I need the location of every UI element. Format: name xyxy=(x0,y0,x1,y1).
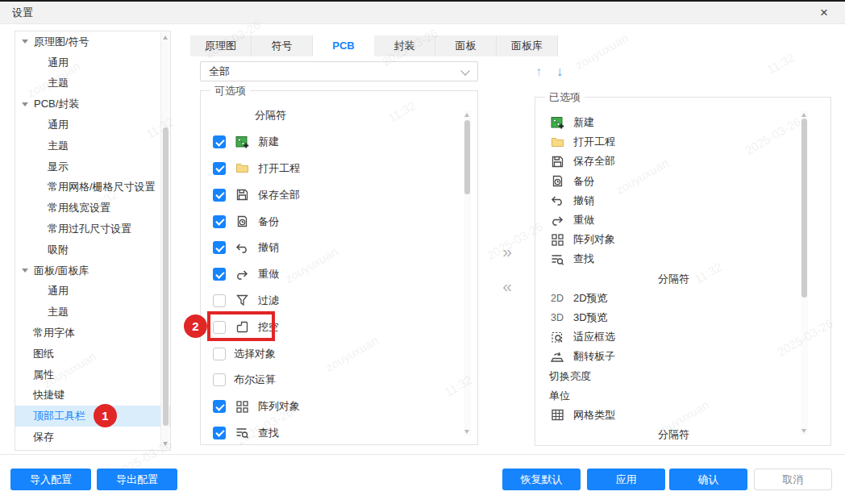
option-label: 阵列对象 xyxy=(573,232,615,247)
sidebar-item[interactable]: 属性 xyxy=(15,364,170,385)
sidebar-item[interactable]: 主题 xyxy=(15,302,170,323)
checkbox[interactable] xyxy=(213,162,226,175)
sidebar-item[interactable]: 快捷键 xyxy=(15,385,170,406)
option-label: 打开工程 xyxy=(258,161,300,176)
option-row[interactable]: 查找 xyxy=(201,420,461,444)
option-row[interactable]: 撤销 xyxy=(535,191,798,210)
available-scrollbar[interactable] xyxy=(464,110,471,436)
option-row[interactable]: 查找 xyxy=(535,249,798,269)
sidebar-item[interactable]: 主题 xyxy=(15,73,170,94)
restore-defaults-button[interactable]: 恢复默认 xyxy=(502,469,581,490)
sidebar-item-label: 显示 xyxy=(48,160,69,174)
scrollbar-thumb[interactable] xyxy=(464,120,470,194)
sidebar-scrollbar[interactable] xyxy=(160,32,169,449)
option-row[interactable]: 适应框选 xyxy=(535,327,798,347)
sidebar-item-label: 属性 xyxy=(33,368,54,382)
selected-options-box: 已选项 新建打开工程保存全部备份撤销重做阵列对象查找分隔符2D2D预览3D3D预… xyxy=(535,97,831,446)
option-row[interactable]: 新建 xyxy=(535,113,798,132)
scroll-up-icon[interactable] xyxy=(163,35,168,40)
sidebar-item[interactable]: 图纸 xyxy=(15,344,170,364)
import-config-button[interactable]: 导入配置 xyxy=(10,469,91,490)
scroll-up-icon[interactable] xyxy=(464,113,469,117)
sidebar-item[interactable]: 显示 xyxy=(15,156,170,177)
sidebar-item[interactable]: 保存 xyxy=(15,427,170,448)
checkbox[interactable] xyxy=(213,400,226,413)
scrollbar-thumb[interactable] xyxy=(801,119,807,298)
export-config-button[interactable]: 导出配置 xyxy=(97,469,177,490)
option-row[interactable]: 重做 xyxy=(201,261,461,288)
checkbox[interactable] xyxy=(213,427,226,439)
checkbox[interactable] xyxy=(213,373,226,386)
sidebar-item[interactable]: 吸附 xyxy=(15,240,170,260)
option-row[interactable]: 切换亮度 xyxy=(535,366,798,385)
separator-row[interactable]: 分隔符 xyxy=(535,269,798,289)
scroll-down-icon[interactable] xyxy=(464,430,469,434)
option-row[interactable]: 打开工程 xyxy=(201,156,461,182)
checkbox[interactable] xyxy=(213,135,226,148)
sidebar-item[interactable]: 常用字体 xyxy=(15,323,170,344)
checkbox[interactable] xyxy=(213,294,226,307)
confirm-button[interactable]: 确认 xyxy=(669,469,747,490)
flip-board-icon xyxy=(549,349,565,364)
sidebar-item[interactable]: 常用线宽设置 xyxy=(15,198,170,219)
tab-面板[interactable]: 面板 xyxy=(435,35,497,56)
checkbox[interactable] xyxy=(213,348,226,360)
option-row[interactable]: 备份 xyxy=(535,172,798,191)
option-row[interactable]: 保存全部 xyxy=(535,152,798,171)
sidebar-item[interactable]: PCB/封装 xyxy=(15,94,170,115)
option-row[interactable]: 阵列对象 xyxy=(201,394,461,420)
option-row[interactable]: 单位 xyxy=(535,386,798,406)
checkbox[interactable] xyxy=(213,215,226,228)
move-to-available-button[interactable]: « xyxy=(493,277,521,296)
close-icon[interactable]: × xyxy=(814,3,834,23)
apply-button[interactable]: 应用 xyxy=(587,469,665,490)
checkbox[interactable] xyxy=(213,241,226,254)
scroll-down-icon[interactable] xyxy=(801,429,806,433)
tab-原理图[interactable]: 原理图 xyxy=(190,35,252,56)
tab-封装[interactable]: 封装 xyxy=(374,35,435,56)
separator-row[interactable]: 分隔符 xyxy=(201,102,461,129)
option-row[interactable]: 新建 xyxy=(201,129,461,156)
sidebar-item[interactable]: 通用 xyxy=(15,281,170,302)
cancel-button[interactable]: 取消 xyxy=(754,469,832,490)
option-row[interactable]: 过滤 xyxy=(201,288,461,314)
sidebar-item[interactable]: 主题 xyxy=(15,135,170,156)
tab-面板库[interactable]: 面板库 xyxy=(497,35,558,56)
move-to-selected-button[interactable]: » xyxy=(493,242,521,261)
option-row[interactable]: 布尔运算 xyxy=(201,367,461,394)
separator-row[interactable]: 分隔符 xyxy=(535,425,798,444)
scroll-up-icon[interactable] xyxy=(801,113,806,117)
option-row[interactable]: 重做 xyxy=(535,210,798,230)
sidebar-item[interactable]: 常用过孔尺寸设置 xyxy=(15,219,170,240)
sidebar-item[interactable]: 面板/面板库 xyxy=(15,260,170,281)
checkbox[interactable] xyxy=(213,189,226,202)
option-row[interactable]: 保存全部 xyxy=(201,181,461,208)
option-row[interactable]: 3D3D预览 xyxy=(535,308,798,327)
sidebar-item[interactable]: 通用 xyxy=(15,115,170,135)
sidebar-item-label: 通用 xyxy=(48,56,69,70)
scroll-down-icon[interactable] xyxy=(163,442,168,446)
sidebar-item[interactable]: 常用网格/栅格尺寸设置 xyxy=(15,177,170,198)
move-down-icon[interactable]: ↓ xyxy=(552,65,568,79)
selected-scrollbar[interactable] xyxy=(801,110,808,435)
toolbar-filter-select[interactable]: 全部 xyxy=(200,61,478,81)
option-row[interactable]: 阵列对象 xyxy=(535,230,798,249)
option-row[interactable]: 2D2D预览 xyxy=(535,289,798,308)
option-row[interactable]: 撤销 xyxy=(201,235,461,261)
scrollbar-thumb[interactable] xyxy=(163,127,169,426)
option-row[interactable]: 打开工程 xyxy=(535,132,798,152)
sidebar-item-label: 面板/面板库 xyxy=(34,264,89,278)
option-row[interactable]: 选择对象 xyxy=(201,340,461,367)
move-up-icon[interactable]: ↑ xyxy=(531,65,547,79)
sidebar-item[interactable]: 通用 xyxy=(15,52,170,73)
checkbox[interactable] xyxy=(213,268,226,281)
sidebar-item[interactable]: 顶部工具栏 xyxy=(15,406,170,427)
option-row[interactable]: 备份 xyxy=(201,208,461,235)
tab-符号[interactable]: 符号 xyxy=(252,35,313,56)
option-row[interactable]: 翻转板子 xyxy=(535,347,798,366)
tab-PCB[interactable]: PCB xyxy=(313,35,374,56)
sidebar-item[interactable]: 原理图/符号 xyxy=(15,31,170,52)
option-row[interactable]: 网格类型 xyxy=(535,406,798,425)
option-label: 切换亮度 xyxy=(549,369,591,384)
selected-legend: 已选项 xyxy=(545,90,585,105)
